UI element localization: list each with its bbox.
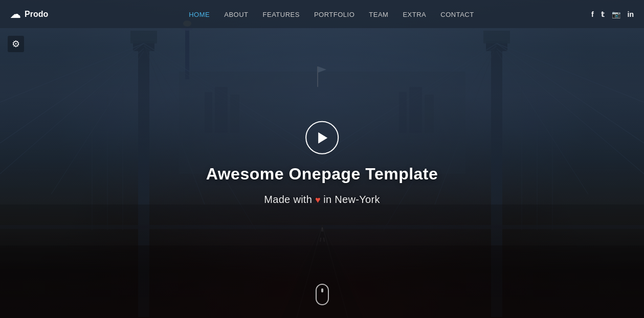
svg-rect-48 [317, 66, 318, 87]
nav-item-portfolio[interactable]: PORTFOLIO [314, 10, 354, 19]
hero-section: ☁ Prodo HOME ABOUT FEATURES PORTFOLIO TE… [0, 0, 644, 318]
heart-icon: ♥ [315, 195, 323, 205]
instagram-icon[interactable]: 📷 [612, 10, 620, 18]
hero-title: Awesome Onepage Template [206, 165, 438, 184]
nav-link-contact[interactable]: CONTACT [440, 11, 474, 18]
navbar: ☁ Prodo HOME ABOUT FEATURES PORTFOLIO TE… [0, 0, 644, 28]
nav-link-extra[interactable]: EXTRA [403, 11, 426, 18]
play-triangle-icon [319, 132, 328, 143]
settings-button[interactable]: ⚙ [8, 36, 24, 52]
social-icons: f 𝕥 📷 in [591, 10, 634, 18]
nav-item-contact[interactable]: CONTACT [440, 10, 474, 19]
svg-rect-51 [0, 205, 644, 245]
nav-link-team[interactable]: TEAM [369, 11, 388, 18]
nav-link-features[interactable]: FEATURES [263, 11, 300, 18]
brand-name: Prodo [25, 10, 48, 19]
facebook-icon[interactable]: f [591, 10, 594, 18]
nav-item-home[interactable]: HOME [189, 10, 210, 19]
twitter-icon[interactable]: 𝕥 [601, 10, 605, 18]
svg-rect-7 [483, 31, 510, 43]
scroll-indicator[interactable] [316, 284, 329, 305]
svg-rect-4 [130, 31, 157, 43]
scroll-dot [321, 288, 323, 292]
scroll-mouse-icon [316, 284, 329, 305]
nav-item-extra[interactable]: EXTRA [403, 10, 426, 19]
nav-item-about[interactable]: ABOUT [224, 10, 248, 19]
subtitle-suffix: in New-York [323, 194, 380, 205]
hero-content: Awesome Onepage Template Made with ♥ in … [206, 121, 438, 206]
nav-link-portfolio[interactable]: PORTFOLIO [314, 11, 354, 18]
brand-logo[interactable]: ☁ Prodo [10, 8, 72, 20]
subtitle-prefix: Made with [264, 194, 312, 205]
nav-item-team[interactable]: TEAM [369, 10, 388, 19]
nav-link-home[interactable]: HOME [189, 11, 210, 18]
nav-link-about[interactable]: ABOUT [224, 11, 248, 18]
nav-menu: HOME ABOUT FEATURES PORTFOLIO TEAM EXTRA… [72, 10, 591, 19]
brand-icon: ☁ [10, 8, 20, 20]
nav-item-features[interactable]: FEATURES [263, 10, 300, 19]
hero-subtitle: Made with ♥ in New-York [264, 194, 380, 206]
play-button[interactable] [305, 121, 339, 154]
linkedin-icon[interactable]: in [628, 10, 634, 18]
svg-rect-50 [0, 245, 644, 318]
